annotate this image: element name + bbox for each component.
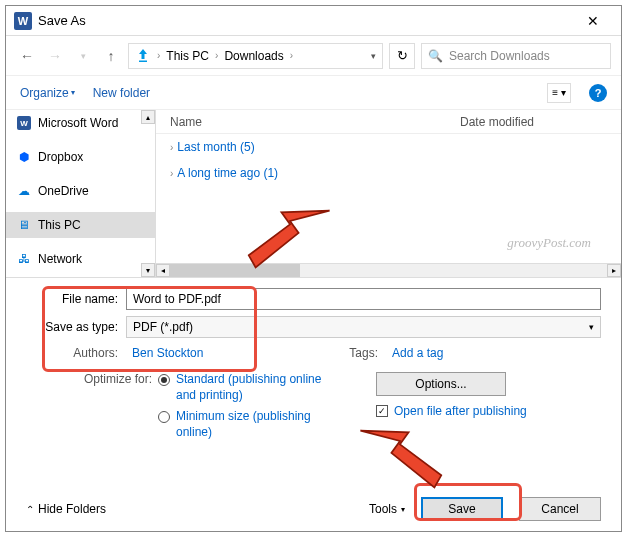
optimize-standard-radio[interactable]	[158, 374, 170, 386]
scrollbar-track[interactable]	[170, 264, 607, 277]
scrollbar-up-button[interactable]: ▴	[141, 110, 155, 124]
main-area: ▴ W Microsoft Word ⬢ Dropbox ☁ OneDrive …	[6, 110, 621, 278]
file-group-last-month[interactable]: › Last month (5)	[156, 134, 621, 160]
breadcrumb-separator-icon: ›	[290, 50, 293, 61]
chevron-down-icon: ▾	[589, 322, 594, 332]
sidebar-item-word[interactable]: W Microsoft Word	[6, 110, 155, 136]
optimize-label: Optimize for:	[76, 372, 158, 442]
tags-value[interactable]: Add a tag	[392, 346, 443, 360]
column-date[interactable]: Date modified	[460, 115, 607, 129]
chevron-right-icon: ›	[170, 142, 173, 153]
chevron-right-icon: ›	[170, 168, 173, 179]
form-area: File name: Save as type: PDF (*.pdf) ▾ A…	[6, 278, 621, 450]
scrollbar-thumb[interactable]	[170, 264, 300, 277]
options-button[interactable]: Options...	[376, 372, 506, 396]
file-name-input[interactable]	[126, 288, 601, 310]
hide-folders-button[interactable]: ⌃ Hide Folders	[26, 502, 106, 516]
network-icon: 🖧	[16, 251, 32, 267]
organize-button[interactable]: Organize▾	[20, 86, 75, 100]
help-button[interactable]: ?	[589, 84, 607, 102]
breadcrumb[interactable]: › This PC › Downloads › ▾	[128, 43, 383, 69]
sidebar-item-network[interactable]: 🖧 Network	[6, 246, 155, 272]
dropbox-icon: ⬢	[16, 149, 32, 165]
breadcrumb-separator-icon: ›	[157, 50, 160, 61]
save-button[interactable]: Save	[421, 497, 503, 521]
nav-back-button[interactable]: ←	[16, 45, 38, 67]
dialog-title: Save As	[38, 13, 573, 28]
file-list: Name Date modified › Last month (5) › A …	[156, 110, 621, 277]
nav-forward-button[interactable]: →	[44, 45, 66, 67]
search-input[interactable]: 🔍 Search Downloads	[421, 43, 611, 69]
title-bar: W Save As ✕	[6, 6, 621, 36]
search-icon: 🔍	[428, 49, 443, 63]
cancel-button[interactable]: Cancel	[519, 497, 601, 521]
save-type-label: Save as type:	[26, 320, 126, 334]
breadcrumb-item-thispc[interactable]: This PC	[166, 49, 209, 63]
open-after-checkbox[interactable]: ✓	[376, 405, 388, 417]
word-icon: W	[16, 115, 32, 131]
sidebar-item-thispc[interactable]: 🖥 This PC	[6, 212, 155, 238]
file-list-header: Name Date modified	[156, 110, 621, 134]
download-folder-icon	[135, 48, 151, 64]
tags-label: Tags:	[326, 346, 386, 360]
optimize-standard-label[interactable]: Standard (publishing online and printing…	[176, 372, 326, 403]
watermark: groovyPost.com	[507, 235, 591, 251]
open-after-label[interactable]: Open file after publishing	[394, 404, 527, 418]
footer: ⌃ Hide Folders Tools ▾ Save Cancel	[6, 487, 621, 531]
authors-value[interactable]: Ben Stockton	[132, 346, 203, 360]
new-folder-button[interactable]: New folder	[93, 86, 150, 100]
save-as-dialog: W Save As ✕ ← → ▾ ↑ › This PC › Download…	[5, 5, 622, 532]
scrollbar-right-button[interactable]: ▸	[607, 264, 621, 277]
file-name-label: File name:	[26, 292, 126, 306]
chevron-up-icon: ⌃	[26, 504, 34, 515]
optimize-minimum-label[interactable]: Minimum size (publishing online)	[176, 409, 326, 440]
thispc-icon: 🖥	[16, 217, 32, 233]
breadcrumb-dropdown-icon[interactable]: ▾	[371, 51, 376, 61]
close-button[interactable]: ✕	[573, 7, 613, 35]
search-placeholder: Search Downloads	[449, 49, 550, 63]
horizontal-scrollbar[interactable]: ◂ ▸	[156, 263, 621, 277]
breadcrumb-separator-icon: ›	[215, 50, 218, 61]
save-type-dropdown[interactable]: PDF (*.pdf) ▾	[126, 316, 601, 338]
word-icon: W	[14, 12, 32, 30]
refresh-button[interactable]: ↻	[389, 43, 415, 69]
nav-bar: ← → ▾ ↑ › This PC › Downloads › ▾ ↻ 🔍 Se…	[6, 36, 621, 76]
toolbar: Organize▾ New folder ≡ ▾ ?	[6, 76, 621, 110]
sidebar: ▴ W Microsoft Word ⬢ Dropbox ☁ OneDrive …	[6, 110, 156, 277]
optimize-minimum-radio[interactable]	[158, 411, 170, 423]
nav-history-dropdown[interactable]: ▾	[72, 45, 94, 67]
column-name[interactable]: Name	[170, 115, 460, 129]
chevron-down-icon: ▾	[401, 505, 405, 514]
file-group-long-ago[interactable]: › A long time ago (1)	[156, 160, 621, 186]
nav-up-button[interactable]: ↑	[100, 45, 122, 67]
tools-dropdown[interactable]: Tools ▾	[369, 502, 405, 516]
scrollbar-left-button[interactable]: ◂	[156, 264, 170, 277]
authors-label: Authors:	[26, 346, 126, 360]
sidebar-item-onedrive[interactable]: ☁ OneDrive	[6, 178, 155, 204]
view-options-button[interactable]: ≡ ▾	[547, 83, 571, 103]
onedrive-icon: ☁	[16, 183, 32, 199]
svg-rect-0	[139, 60, 147, 62]
scrollbar-down-button[interactable]: ▾	[141, 263, 155, 277]
breadcrumb-item-downloads[interactable]: Downloads	[224, 49, 283, 63]
sidebar-item-dropbox[interactable]: ⬢ Dropbox	[6, 144, 155, 170]
